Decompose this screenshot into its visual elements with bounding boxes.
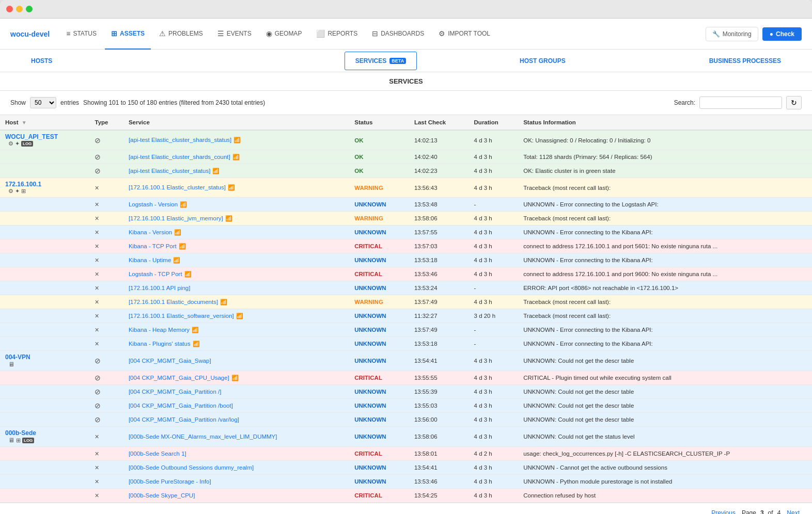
service-cell: [000b-Sede Search 1] xyxy=(123,447,349,461)
table-row: ×[000b-Sede Outbound Sessions dummy_real… xyxy=(0,461,812,475)
service-cell: [172.16.100.1 API ping] xyxy=(123,281,349,295)
service-link[interactable]: Kibana - Heap Memory xyxy=(129,327,190,333)
service-link[interactable]: [api-test Elastic_cluster_shards_status] xyxy=(129,137,231,143)
service-link[interactable]: Kibana - Plugins' status xyxy=(129,341,191,347)
service-link[interactable]: [172.16.100.1 Elastic_documents] xyxy=(129,299,218,305)
col-type[interactable]: Type xyxy=(89,115,123,130)
status-info-cell: UNKNOWN: Could not get the descr table xyxy=(518,351,812,371)
subnav-business-processes[interactable]: BUSINESS PROCESSES xyxy=(699,52,791,70)
close-button[interactable] xyxy=(6,6,13,12)
status-info-cell: OK: Elastic cluster is in green state xyxy=(518,164,812,178)
subnav-hosts[interactable]: HOSTS xyxy=(21,52,63,70)
host-cell xyxy=(0,309,89,323)
monitoring-button[interactable]: 🔧 Monitoring xyxy=(706,27,758,41)
last-check-cell: 13:57:49 xyxy=(409,295,469,309)
nav-item-reports[interactable]: ⬜ REPORTS xyxy=(310,19,364,50)
host-name[interactable]: 000b-Sede xyxy=(5,429,36,437)
host-cell xyxy=(0,475,89,489)
problems-icon: ⚠ xyxy=(159,29,166,38)
status-cell: UNKNOWN xyxy=(349,475,409,489)
gear-icon[interactable]: ⚙ xyxy=(8,188,13,195)
nav-item-import-tool[interactable]: ⚙ IMPORT TOOL xyxy=(432,19,496,50)
service-link[interactable]: Logstash - Version xyxy=(129,201,178,207)
service-link[interactable]: [000b-Sede Outbound Sessions dummy_realm… xyxy=(129,464,254,471)
status-badge: UNKNOWN xyxy=(354,403,386,409)
monitor-icon[interactable]: 🖥 xyxy=(8,437,14,444)
grid-icon[interactable]: ⊞ xyxy=(16,437,21,444)
nav-item-geomap[interactable]: ◉ GEOMAP xyxy=(260,19,308,50)
subnav-services[interactable]: SERVICES BETA xyxy=(345,52,417,70)
host-name[interactable]: WOCU_API_TEST xyxy=(5,133,58,140)
status-badge: UNKNOWN xyxy=(354,416,386,423)
status-badge: CRITICAL xyxy=(354,375,382,381)
service-link[interactable]: [172.16.100.1 Elastic_software_version] xyxy=(129,313,234,319)
col-last-check[interactable]: Last Check xyxy=(409,115,469,130)
nav-item-dashboards[interactable]: ⊟ DASHBOARDS xyxy=(366,19,430,50)
host-name[interactable]: 172.16.100.1 xyxy=(5,181,41,188)
service-link[interactable]: [172.16.100.1 Elastic_cluster_status] xyxy=(129,184,226,190)
service-link[interactable]: [api-test Elastic_cluster_shards_count] xyxy=(129,154,230,160)
nav-item-status[interactable]: ≡ STATUS xyxy=(60,19,103,50)
maximize-button[interactable] xyxy=(26,6,33,12)
col-duration[interactable]: Duration xyxy=(469,115,519,130)
nav-item-assets[interactable]: ⊞ ASSETS xyxy=(105,19,151,50)
status-cell: CRITICAL xyxy=(349,371,409,385)
last-check-cell: 13:53:46 xyxy=(409,475,469,489)
service-link[interactable]: Kibana - Version xyxy=(129,229,172,235)
search-input[interactable] xyxy=(699,97,782,109)
log-badge[interactable]: LOG xyxy=(22,438,34,443)
duration-cell: 4 d 3 h xyxy=(469,239,519,253)
settings-icon[interactable]: ✦ xyxy=(15,140,20,147)
service-link[interactable]: [000b-Sede PureStorage - Info] xyxy=(129,478,211,485)
col-status-info[interactable]: Status Information xyxy=(518,115,812,130)
nav-item-events[interactable]: ☰ EVENTS xyxy=(211,19,258,50)
subnav-business-processes-label: BUSINESS PROCESSES xyxy=(709,57,781,65)
last-check-cell: 13:53:18 xyxy=(409,253,469,267)
service-link[interactable]: [000b-Sede Search 1] xyxy=(129,451,186,457)
col-service[interactable]: Service xyxy=(123,115,349,130)
col-status[interactable]: Status xyxy=(349,115,409,130)
prev-button[interactable]: Previous xyxy=(709,508,738,514)
service-cell: Logstash - TCP Port📶 xyxy=(123,267,349,281)
service-link[interactable]: [000b-Sede Skype_CPU] xyxy=(129,492,195,499)
service-link[interactable]: Kibana - Uptime xyxy=(129,257,171,263)
last-check-cell: 14:02:13 xyxy=(409,130,469,150)
host-name[interactable]: 004-VPN xyxy=(5,354,30,361)
type-icon: × xyxy=(95,491,99,500)
service-link[interactable]: [004 CKP_MGMT_Gaia_Partition /boot] xyxy=(129,403,233,409)
service-link[interactable]: [004 CKP_MGMT_Gaia_CPU_Usage] xyxy=(129,375,229,381)
table-row: ⊘[api-test Elastic_cluster_shards_count]… xyxy=(0,150,812,164)
entries-select[interactable]: 50 25 100 xyxy=(30,97,56,108)
service-link[interactable]: [004 CKP_MGMT_Gaia_Swap] xyxy=(129,358,211,364)
col-host[interactable]: Host ▼ xyxy=(0,115,89,130)
monitor-icon[interactable]: 🖥 xyxy=(8,361,14,368)
service-link[interactable]: [172.16.100.1 API ping] xyxy=(129,285,191,291)
service-link[interactable]: [004 CKP_MGMT_Gaia_Partition /var/log] xyxy=(129,416,239,423)
type-cell: × xyxy=(89,489,123,503)
link-icon[interactable]: ✦ xyxy=(15,188,20,195)
minimize-button[interactable] xyxy=(16,6,23,12)
service-link[interactable]: Logstash - TCP Port xyxy=(129,271,182,277)
service-link[interactable]: [004 CKP_MGMT_Gaia_Partition /] xyxy=(129,389,222,395)
last-check-cell: 13:57:49 xyxy=(409,323,469,337)
sub-nav: HOSTS SERVICES BETA HOST GROUPS BUSINESS… xyxy=(0,50,812,72)
grid-icon[interactable]: ⊞ xyxy=(21,188,26,195)
host-cell xyxy=(0,150,89,164)
nav-item-problems[interactable]: ⚠ PROBLEMS xyxy=(153,19,209,50)
check-button[interactable]: ● Check xyxy=(762,27,802,41)
next-button[interactable]: Next xyxy=(785,508,802,514)
log-badge[interactable]: LOG xyxy=(21,141,33,147)
status-cell: CRITICAL xyxy=(349,239,409,253)
service-link[interactable]: [000b-Sede MX-ONE_Alarms_max_level_LIM_D… xyxy=(129,433,277,440)
status-cell: UNKNOWN xyxy=(349,385,409,399)
service-link[interactable]: Kibana - TCP Port xyxy=(129,243,177,249)
subnav-host-groups[interactable]: HOST GROUPS xyxy=(509,52,576,70)
host-cell: 172.16.100.1⚙ ✦ ⊞ xyxy=(0,178,89,198)
refresh-button[interactable]: ↻ xyxy=(786,96,802,109)
service-link[interactable]: [172.16.100.1 Elastic_jvm_memory] xyxy=(129,215,223,221)
gear-icon[interactable]: ⚙ xyxy=(8,140,13,147)
type-icon: ⊘ xyxy=(95,388,101,396)
status-info-cell: UNKNOWN - Error connecting to the Logsta… xyxy=(518,198,812,212)
host-cell xyxy=(0,461,89,475)
service-link[interactable]: [api-test Elastic_cluster_status] xyxy=(129,168,211,174)
